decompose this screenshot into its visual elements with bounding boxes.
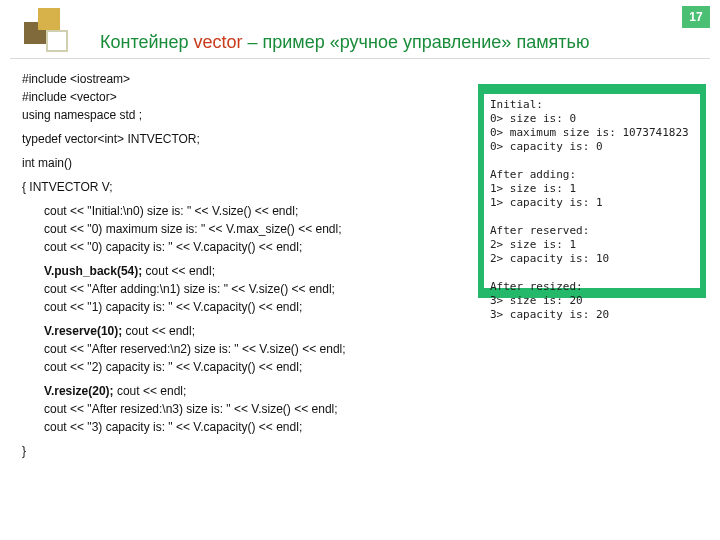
- code-line: int main(): [22, 154, 346, 172]
- code-line: cout << "After resized:\n3) size is: " <…: [22, 400, 346, 418]
- term-line: 3> capacity is: 20: [490, 308, 609, 321]
- code-text: cout << endl;: [114, 384, 187, 398]
- term-line: After reserved:: [490, 224, 589, 237]
- code-text: cout << endl;: [142, 264, 215, 278]
- code-line: cout << "0) capacity is: " << V.capacity…: [22, 238, 346, 256]
- code-line: cout << "3) capacity is: " << V.capacity…: [22, 418, 346, 436]
- term-line: 2> capacity is: 10: [490, 252, 609, 265]
- term-line: After resized:: [490, 280, 583, 293]
- code-bold: V.push_back(54);: [44, 264, 142, 278]
- page-number: 17: [682, 6, 710, 28]
- logo-square: [38, 8, 60, 30]
- code-line: #include <iostream>: [22, 70, 346, 88]
- code-line: typedef vector<int> INTVECTOR;: [22, 130, 346, 148]
- logo-square: [46, 30, 68, 52]
- term-line: Initial:: [490, 98, 543, 111]
- code-line: cout << "0) maximum size is: " << V.max_…: [22, 220, 346, 238]
- code-line: }: [22, 442, 346, 460]
- code-line: using namespace std ;: [22, 106, 346, 124]
- code-line: cout << "After adding:\n1) size is: " <<…: [22, 280, 346, 298]
- term-line: 3> size is: 20: [490, 294, 583, 307]
- code-line: { INTVECTOR V;: [22, 178, 346, 196]
- slide-title: Контейнер vector – пример «ручное управл…: [100, 32, 589, 53]
- term-line: 0> capacity is: 0: [490, 140, 603, 153]
- code-line: cout << "After reserved:\n2) size is: " …: [22, 340, 346, 358]
- term-line: 2> size is: 1: [490, 238, 576, 251]
- code-line: V.push_back(54); cout << endl;: [22, 262, 346, 280]
- term-line: After adding:: [490, 168, 576, 181]
- term-line: 0> size is: 0: [490, 112, 576, 125]
- code-line: #include <vector>: [22, 88, 346, 106]
- code-bold: V.resize(20);: [44, 384, 114, 398]
- title-keyword: vector: [194, 32, 243, 52]
- slide: 17 Контейнер vector – пример «ручное упр…: [0, 0, 720, 540]
- code-line: cout << "2) capacity is: " << V.capacity…: [22, 358, 346, 376]
- code-line: cout << "1) capacity is: " << V.capacity…: [22, 298, 346, 316]
- code-line: cout << "Initial:\n0) size is: " << V.si…: [22, 202, 346, 220]
- title-text: Контейнер: [100, 32, 194, 52]
- code-line: V.reserve(10); cout << endl;: [22, 322, 346, 340]
- code-bold: V.reserve(10);: [44, 324, 122, 338]
- term-line: 0> maximum size is: 1073741823: [490, 126, 689, 139]
- term-line: 1> capacity is: 1: [490, 196, 603, 209]
- code-text: cout << endl;: [122, 324, 195, 338]
- divider: [10, 58, 710, 59]
- title-text: – пример «ручное управление» памятью: [243, 32, 590, 52]
- term-line: 1> size is: 1: [490, 182, 576, 195]
- code-line: V.resize(20); cout << endl;: [22, 382, 346, 400]
- output-terminal: Initial: 0> size is: 0 0> maximum size i…: [478, 84, 706, 298]
- code-listing: #include <iostream> #include <vector> us…: [22, 70, 346, 460]
